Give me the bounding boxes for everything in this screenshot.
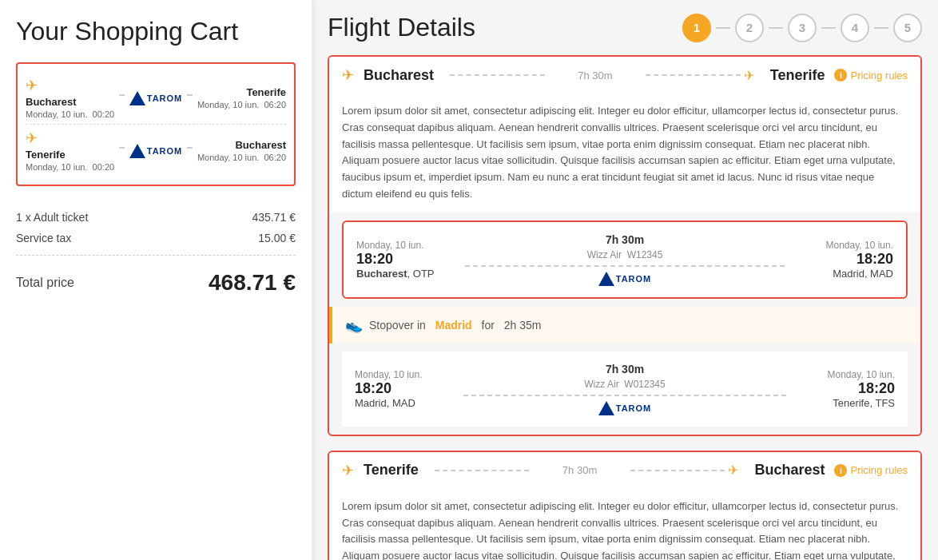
- cart-flight-origin: ✈ Bucharest Monday, 10 iun. 00:20: [26, 77, 114, 119]
- route-duration-1: 7h 30m: [548, 70, 643, 81]
- stopover-icon: 👟: [345, 316, 363, 334]
- leg-2-middle: 7h 30m Wizz Air W012345 TAROM: [463, 363, 786, 415]
- route-dash-line-4: [630, 470, 725, 471]
- cart-total-row: Total price 468.71 €: [16, 256, 296, 302]
- dest-city-2: Bucharest: [197, 139, 286, 151]
- cart-flight-origin-2: ✈ Tenerife Monday, 10 iun. 00:20: [26, 129, 114, 172]
- adult-ticket-label: 1 x Adult ticket: [16, 211, 88, 224]
- flight-section-1: ✈ Bucharest 7h 30m ✈ Tenerife i Pricing …: [328, 55, 922, 436]
- dashed-line-3: [119, 147, 125, 149]
- leg-1-arr-date: Monday, 10 iun.: [797, 240, 893, 251]
- pricing-rules-2[interactable]: i Pricing rules: [834, 464, 908, 477]
- origin-city: Bucharest: [26, 96, 114, 108]
- tarom-logo: TAROM: [129, 91, 183, 105]
- step-connector-3: [821, 27, 836, 29]
- leg-1-arr-city: Madrid, MAD: [797, 268, 893, 280]
- route-to-1: Tenerife: [770, 67, 825, 84]
- leg-1-dep-date: Monday, 10 iun.: [356, 240, 452, 251]
- leg-2-arr-date: Monday, 10 iun.: [799, 369, 895, 380]
- flight-details-panel: Flight Details 1 2 3 4 5 ✈: [312, 0, 938, 560]
- dashed-line-2: [187, 94, 193, 96]
- cart-flight-dest: Tenerife Monday, 10 iun. 06:20: [197, 86, 286, 109]
- leg-2-dest: Monday, 10 iun. 18:20 Tenerife, TFS: [799, 369, 895, 409]
- origin-city-2: Tenerife: [26, 149, 114, 161]
- leg-1-middle: 7h 30m Wizz Air W12345 TAROM: [465, 233, 785, 286]
- dest-datetime-2: Monday, 10 iun. 06:20: [197, 153, 286, 162]
- tarom-triangle-icon-2: [129, 144, 145, 158]
- route-dash-line-2: [646, 74, 741, 76]
- service-tax-label: Service tax: [16, 232, 71, 244]
- route-to-2: Bucharest: [754, 462, 825, 479]
- leg-1-dep-city: Bucharest, OTP: [356, 268, 452, 280]
- adult-ticket-value: 435.71 €: [252, 211, 296, 224]
- dashed-line-4: [187, 147, 193, 149]
- leg-1-dep-time: 18:20: [356, 251, 452, 268]
- leg-2-tarom-logo: TAROM: [598, 401, 652, 415]
- pricing-rules-info-icon-2: i: [834, 464, 847, 477]
- leg-1-dest: Monday, 10 iun. 18:20 Madrid, MAD: [797, 240, 893, 280]
- section-2-lorem: Lorem ipsum dolor sit amet, consectetur …: [329, 489, 920, 560]
- origin-datetime: Monday, 10 iun. 00:20: [26, 109, 114, 119]
- tarom-triangle-icon: [129, 91, 145, 105]
- step-2[interactable]: 2: [735, 14, 764, 42]
- route-dash-line-3: [435, 470, 530, 471]
- cart-flight-dest-2: Bucharest Monday, 10 iun. 06:20: [197, 139, 286, 162]
- stopover-duration: 2h 35m: [504, 319, 542, 332]
- step-connector-1: [716, 27, 730, 29]
- leg-2-dep-date: Monday, 10 iun.: [355, 369, 451, 380]
- leg-2-dep-city: Madrid, MAD: [355, 397, 451, 409]
- route-from-1: Bucharest: [364, 67, 434, 84]
- step-1[interactable]: 1: [682, 14, 711, 42]
- route-from-2: Tenerife: [364, 462, 419, 479]
- flight-leg-card-1: Monday, 10 iun. 18:20 Bucharest, OTP 7h …: [342, 220, 908, 299]
- leg-1-origin: Monday, 10 iun. 18:20 Bucharest, OTP: [356, 240, 452, 280]
- stopover-label: Stopover in: [369, 319, 429, 332]
- flight-leg-card-2: Monday, 10 iun. 18:20 Madrid, MAD 7h 30m…: [342, 351, 908, 427]
- plane-icon-2: ✈: [26, 129, 114, 147]
- cart-flight-row-2: ✈ Tenerife Monday, 10 iun. 00:20 TAROM B…: [26, 125, 286, 177]
- tarom-text: TAROM: [147, 93, 183, 103]
- steps-nav: 1 2 3 4 5: [682, 14, 922, 42]
- dashed-line: [119, 94, 125, 96]
- section-1-lorem: Lorem ipsum dolor sit amet, consectetur …: [329, 93, 920, 212]
- step-3[interactable]: 3: [788, 14, 817, 42]
- flight-section-2-header: ✈ Tenerife 7h 30m ✈ Bucharest i Pricing …: [329, 452, 920, 489]
- stopover-for: for: [479, 319, 498, 332]
- cart-flights-box: ✈ Bucharest Monday, 10 iun. 00:20 TAROM …: [16, 62, 296, 186]
- total-label: Total price: [16, 276, 74, 290]
- cart-price-rows: 1 x Adult ticket 435.71 € Service tax 15…: [16, 201, 296, 256]
- total-price: 468.71 €: [209, 270, 296, 296]
- route-dashes-2: 7h 30m ✈: [435, 463, 739, 478]
- pricing-rules-1[interactable]: i Pricing rules: [834, 69, 908, 81]
- leg-2-origin: Monday, 10 iun. 18:20 Madrid, MAD: [355, 369, 451, 409]
- step-connector-4: [874, 27, 888, 29]
- route-dash-line-1: [450, 74, 545, 76]
- flight-section-2: ✈ Tenerife 7h 30m ✈ Bucharest i Pricing …: [328, 451, 922, 560]
- dest-datetime: Monday, 10 iun. 06:20: [197, 100, 286, 109]
- route-plane-icon-1: ✈: [342, 66, 354, 84]
- leg-2-airline: Wizz Air W012345: [584, 379, 665, 390]
- step-4[interactable]: 4: [841, 14, 869, 42]
- flight-details-title: Flight Details: [328, 13, 475, 42]
- route-duration-2: 7h 30m: [532, 464, 627, 476]
- leg-1-airline: Wizz Air W12345: [587, 249, 663, 260]
- tarom-text-leg2: TAROM: [616, 403, 652, 413]
- leg-2-arr-time: 18:20: [799, 380, 895, 397]
- right-header: Flight Details 1 2 3 4 5: [328, 13, 922, 42]
- route-plane-dest-icon-1: ✈: [744, 68, 754, 83]
- leg-1-dashes: [465, 265, 785, 267]
- leg-2-dashes: [463, 395, 786, 396]
- pricing-rules-info-icon: i: [834, 69, 847, 81]
- leg-1-tarom-logo: TAROM: [598, 272, 652, 286]
- cart-flight-row: ✈ Bucharest Monday, 10 iun. 00:20 TAROM …: [26, 72, 286, 125]
- leg-2-dep-time: 18:20: [355, 380, 451, 397]
- flight-section-1-header: ✈ Bucharest 7h 30m ✈ Tenerife i Pricing …: [329, 57, 920, 93]
- cart-title: Your Shopping Cart: [16, 16, 296, 46]
- leg-2-arr-city: Tenerife, TFS: [799, 397, 895, 409]
- step-5[interactable]: 5: [893, 14, 922, 42]
- leg-1-arr-time: 18:20: [797, 251, 893, 268]
- shopping-cart-panel: Your Shopping Cart ✈ Bucharest Monday, 1…: [0, 0, 312, 560]
- service-tax-value: 15.00 €: [258, 232, 296, 244]
- plane-icon: ✈: [26, 77, 114, 94]
- leg-1-duration: 7h 30m: [606, 233, 644, 246]
